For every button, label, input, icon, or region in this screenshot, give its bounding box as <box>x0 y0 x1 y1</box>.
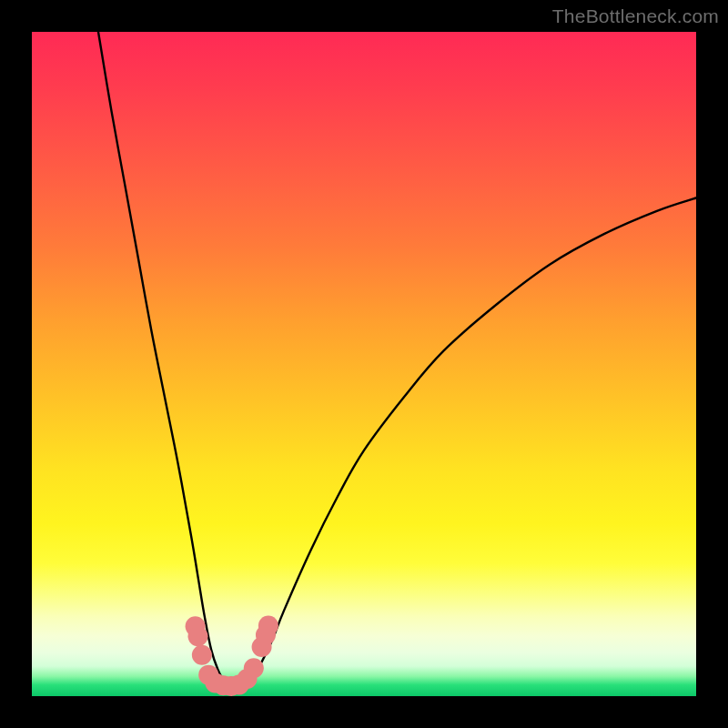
data-marker <box>258 616 278 636</box>
chart-frame: TheBottleneck.com <box>0 0 728 728</box>
chart-svg <box>32 32 696 696</box>
data-marker <box>188 626 208 646</box>
plot-area <box>32 32 696 696</box>
marker-group <box>186 616 278 696</box>
curve-path <box>98 32 696 687</box>
watermark-text: TheBottleneck.com <box>552 5 719 27</box>
data-marker <box>192 645 212 665</box>
data-marker <box>244 658 264 678</box>
